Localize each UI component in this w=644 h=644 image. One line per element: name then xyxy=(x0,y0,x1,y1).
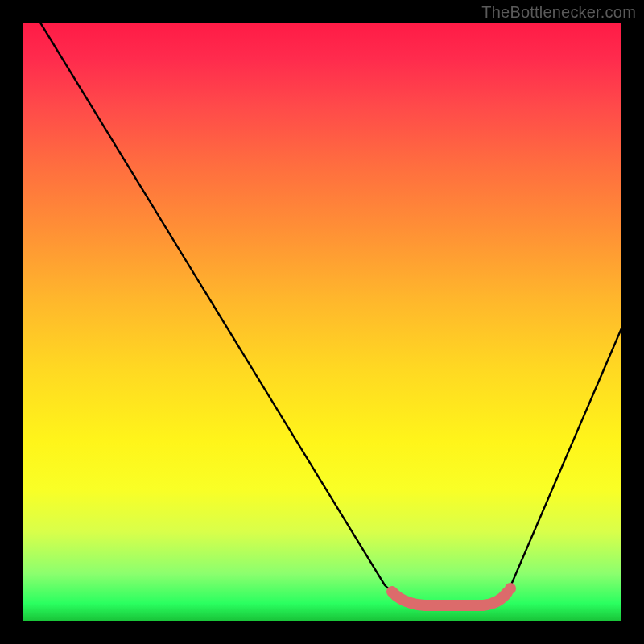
optimal-region-end-dot xyxy=(505,583,516,594)
watermark-text: TheBottlenecker.com xyxy=(481,3,636,22)
chart-svg xyxy=(23,23,621,621)
bottleneck-curve-line xyxy=(40,23,621,604)
optimal-region-marker xyxy=(392,592,507,605)
chart-frame: TheBottlenecker.com xyxy=(0,0,644,644)
